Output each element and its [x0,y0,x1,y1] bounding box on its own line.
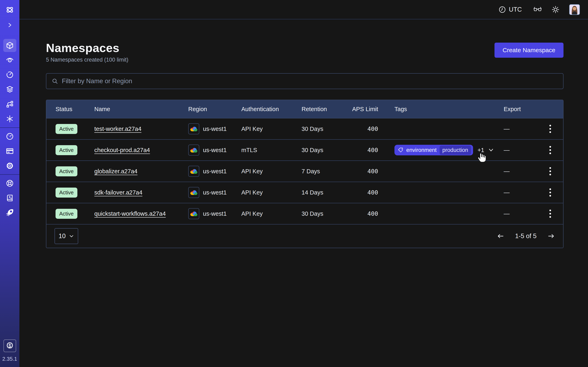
table-row: Active quickstart-workflows.a27a4 [46,203,563,224]
auth-label: API Key [241,168,302,175]
table-row: Active sdk-failover.a27a4 [46,182,563,203]
region-label: us-west1 [203,168,227,175]
timezone-button[interactable]: UTC [499,6,522,13]
asterisk-icon [6,115,14,123]
layers-icon [6,86,14,93]
create-namespace-button[interactable]: Create Namespace [494,43,563,58]
timezone-label: UTC [509,6,522,13]
tag-icon [398,147,403,153]
export-value: — [504,147,536,154]
row-menu-button[interactable] [546,165,554,177]
table-row: Active globalizer.a27a4 [46,160,563,182]
sidebar-item-settings[interactable] [3,159,16,172]
cube-icon [6,42,14,49]
namespace-link[interactable]: checkout-prod.a27a4 [94,147,150,153]
tag-chip-group: environment production +1 [394,145,494,155]
tag-value: production [440,146,471,155]
namespace-link[interactable]: quickstart-workflows.a27a4 [94,210,166,217]
search-icon [52,78,58,84]
column-header-status: Status [56,106,94,113]
tags-expand-button[interactable] [488,147,494,153]
aps-limit-value: 400 [348,210,378,217]
sidebar-item-getting-started[interactable] [3,206,16,219]
user-avatar[interactable] [569,4,580,15]
sidebar-item-batch[interactable] [3,83,16,96]
prev-page-button[interactable] [497,233,504,239]
tag-chip[interactable]: environment production [394,145,473,155]
filter-input[interactable] [62,77,558,85]
column-header-aps-limit: APS Limit [348,106,378,113]
chevron-down-icon [488,147,494,153]
page-range-label: 1-5 of 5 [515,233,536,240]
row-menu-button[interactable] [546,123,554,135]
temporal-logo-icon [5,5,14,14]
namespaces-table: Status Name Region Authentication Retent… [46,100,563,248]
sidebar-item-nexus[interactable] [3,112,16,125]
auth-label: API Key [241,125,302,132]
sidebar-expand-button[interactable] [0,19,19,31]
credits-button[interactable] [3,340,16,352]
chevron-right-icon [7,22,13,28]
page-subtitle: 5 Namespaces created (100 limit) [46,57,129,63]
sidebar-group-help [0,174,19,221]
export-value: — [504,189,536,196]
retention-label: 30 Days [302,125,348,132]
sidebar-item-billing[interactable] [3,145,16,158]
table-footer: 10 1-5 of 5 [46,224,563,248]
credit-card-icon [6,147,14,155]
region-label: us-west1 [203,210,227,217]
sidebar-item-namespaces[interactable] [3,39,16,52]
tags-more-count: +1 [477,147,484,154]
column-header-tags: Tags [394,106,504,113]
retention-label: 14 Days [302,189,348,196]
next-page-button[interactable] [547,233,555,239]
status-badge: Active [56,209,77,219]
table-header-row: Status Name Region Authentication Retent… [46,100,563,118]
sidebar-item-schedules[interactable] [3,68,16,81]
topbar: UTC [19,0,588,19]
row-menu-button[interactable] [546,144,554,156]
export-value: — [504,125,536,132]
gear-icon [6,162,14,170]
gcp-cloud-icon [188,123,199,134]
namespace-link[interactable]: globalizer.a27a4 [94,168,138,175]
region-label: us-west1 [203,147,227,154]
accessibility-button[interactable] [533,6,542,13]
sidebar-item-monitor[interactable] [3,54,16,67]
column-header-name: Name [94,106,188,113]
row-menu-button[interactable] [546,208,554,220]
column-header-authentication: Authentication [241,106,302,113]
column-header-region: Region [188,106,241,113]
table-body: Active test-worker.a27a4 [46,118,563,224]
namespace-link[interactable]: sdk-failover.a27a4 [94,189,142,196]
row-menu-button[interactable] [546,186,554,199]
dollar-badge-icon [6,342,14,350]
auth-label: API Key [241,189,302,196]
status-badge: Active [56,124,77,134]
tag-key: environment [406,147,437,153]
filter-searchbar[interactable] [46,73,563,89]
glasses-icon [533,6,542,13]
page-size-select[interactable]: 10 [54,228,78,244]
namespace-link[interactable]: test-worker.a27a4 [94,125,141,132]
eye-icon [6,56,14,64]
sidebar-item-usage[interactable] [3,130,16,143]
status-badge: Active [56,188,77,198]
sidebar-item-deployments[interactable] [3,98,16,111]
sidebar-item-support[interactable] [3,177,16,190]
auth-label: mTLS [241,147,302,154]
status-badge: Active [56,166,77,176]
app-screen: 2.35.1 UTC [0,0,588,367]
arrow-left-icon [497,233,504,239]
temporal-logo[interactable] [0,0,19,19]
main-content: Namespaces 5 Namespaces created (100 lim… [19,19,588,367]
theme-toggle-button[interactable] [552,6,559,13]
column-header-retention: Retention [302,106,348,113]
sidebar-group-account [0,127,19,174]
retention-label: 30 Days [302,147,348,154]
arrow-right-icon [547,233,555,239]
status-badge: Active [56,145,77,155]
sidebar: 2.35.1 [0,0,19,367]
sidebar-item-docs[interactable] [3,192,16,205]
column-header-export: Export [504,106,536,113]
